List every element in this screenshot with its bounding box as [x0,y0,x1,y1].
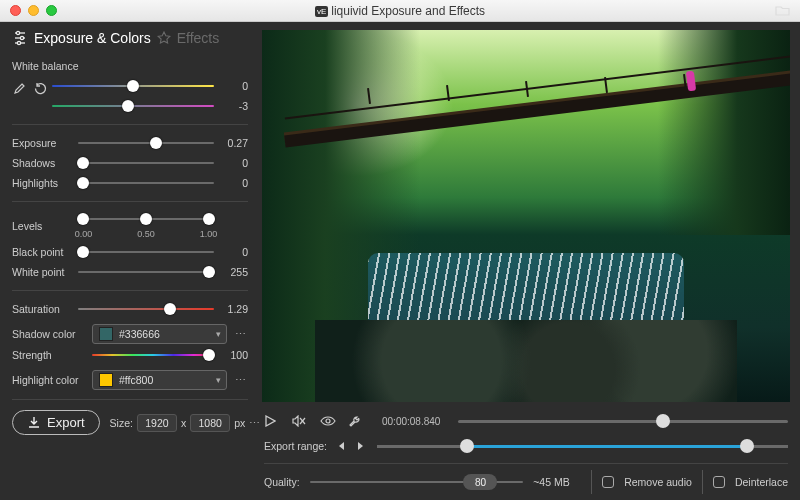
range-next-icon[interactable] [357,441,367,451]
remove-audio-checkbox[interactable] [602,476,614,488]
deinterlace-label: Deinterlace [735,476,788,488]
size-width-input[interactable] [137,414,177,432]
strength-label: Strength [12,349,86,361]
highlight-color-swatch [99,373,113,387]
size-inputs: Size: x px ⋯ [110,414,260,432]
saturation-row: Saturation 1.29 [12,299,248,319]
window-controls [10,5,57,16]
reset-icon[interactable] [34,82,48,96]
levels-slider[interactable]: 0.00 0.50 1.00 [78,211,214,241]
highlight-color-hex: #ffc800 [119,374,210,386]
window-title: vEliquivid Exposure and Effects [0,4,800,18]
open-folder-icon[interactable] [775,4,790,16]
chevron-down-icon: ▾ [210,375,226,385]
export-button[interactable]: Export [12,410,100,435]
black-point-value: 0 [220,246,248,258]
export-range-slider[interactable] [377,438,788,454]
saturation-slider[interactable] [78,301,214,317]
export-bar: Export Size: x px ⋯ [12,410,248,435]
highlight-color-row: Highlight color #ffc800 ▾ ⋯ [12,369,248,391]
exposure-slider[interactable] [78,135,214,151]
range-prev-icon[interactable] [337,441,347,451]
tab-exposure-colors[interactable]: Exposure & Colors [34,30,151,46]
highlights-slider[interactable] [78,175,214,191]
playback-controls: 00:00:08.840 Export range: [260,408,800,500]
shadow-color-picker[interactable]: #336666 ▾ [92,324,227,344]
svg-point-3 [20,36,23,39]
svg-point-1 [16,31,19,34]
strength-row: Strength 100 [12,345,248,365]
highlight-color-picker[interactable]: #ffc800 ▾ [92,370,227,390]
quality-slider[interactable]: 80 [310,474,524,490]
shadow-color-row: Shadow color #336666 ▾ ⋯ [12,323,248,345]
main-area: 00:00:08.840 Export range: [260,22,800,500]
white-balance-label-row: White balance [12,56,248,76]
play-icon[interactable] [264,415,282,427]
highlights-label: Highlights [12,177,72,189]
highlights-value: 0 [220,177,248,189]
strength-value: 100 [220,349,248,361]
exposure-label: Exposure [12,137,72,149]
quality-row: Quality: 80 ~45 MB Remove audio Deinterl… [264,472,788,492]
size-unit: px [234,417,245,429]
settings-icon[interactable] [12,30,28,46]
export-range-label: Export range: [264,440,327,452]
chevron-down-icon: ▾ [210,329,226,339]
mute-icon[interactable] [292,415,310,427]
wb-temp-row: 0 [12,76,248,96]
sidebar: Exposure & Colors Effects White balance [0,22,260,500]
export-button-label: Export [47,415,85,430]
shadows-slider[interactable] [78,155,214,171]
app-logo: vE [315,6,328,17]
wb-temperature-slider[interactable] [52,78,214,94]
wb-temperature-value: 0 [220,80,248,92]
quality-label: Quality: [264,476,300,488]
shadow-color-label: Shadow color [12,328,86,340]
shadow-color-swatch [99,327,113,341]
white-point-slider[interactable] [78,264,214,280]
highlight-color-label: Highlight color [12,374,86,386]
shadows-label: Shadows [12,157,72,169]
eyedropper-icon[interactable] [12,82,26,96]
shadow-color-more[interactable]: ⋯ [233,328,248,341]
close-window[interactable] [10,5,21,16]
timecode: 00:00:08.840 [382,416,440,427]
video-preview[interactable] [262,30,790,402]
exposure-row: Exposure 0.27 [12,133,248,153]
preview-icon[interactable] [320,415,338,427]
remove-audio-label: Remove audio [624,476,692,488]
wb-tint-slider[interactable] [52,98,214,114]
wb-tint-value: -3 [220,100,248,112]
minimize-window[interactable] [28,5,39,16]
white-point-label: White point [12,266,72,278]
white-point-value: 255 [220,266,248,278]
wb-tint-row: -3 [12,96,248,116]
playhead-timeline[interactable] [458,413,788,429]
deinterlace-checkbox[interactable] [713,476,725,488]
size-height-input[interactable] [190,414,230,432]
titlebar: vEliquivid Exposure and Effects [0,0,800,22]
svg-point-8 [326,419,330,423]
tools-icon[interactable] [348,415,366,428]
strength-slider[interactable] [92,347,214,363]
size-label: Size: [110,417,133,429]
estimated-size: ~45 MB [533,476,581,488]
tab-effects[interactable]: Effects [177,30,220,46]
white-balance-label: White balance [12,60,79,72]
black-point-slider[interactable] [78,244,214,260]
levels-label: Levels [12,220,72,232]
sidebar-tabs: Exposure & Colors Effects [12,30,248,46]
zoom-window[interactable] [46,5,57,16]
highlights-row: Highlights 0 [12,173,248,193]
svg-point-5 [17,41,20,44]
shadows-row: Shadows 0 [12,153,248,173]
saturation-value: 1.29 [220,303,248,315]
star-icon [157,31,171,45]
levels-row: Levels 0.00 0.50 1.00 [12,210,248,242]
shadow-color-hex: #336666 [119,328,210,340]
quality-value-pill: 80 [463,474,497,490]
size-more[interactable]: ⋯ [249,417,260,429]
highlight-color-more[interactable]: ⋯ [233,374,248,387]
shadows-value: 0 [220,157,248,169]
exposure-value: 0.27 [220,137,248,149]
